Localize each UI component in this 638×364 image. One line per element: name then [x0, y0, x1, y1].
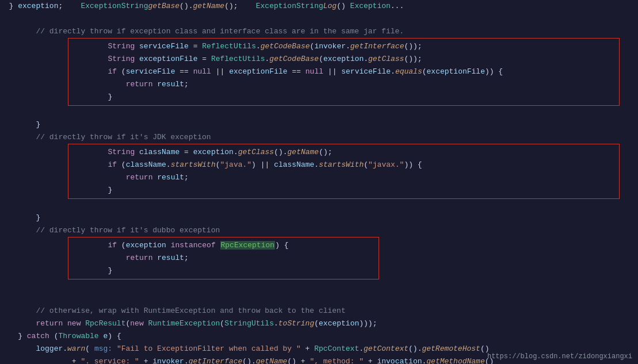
- code-content: } exception; ExceptionStringgetBase().ge…: [0, 0, 638, 364]
- box-3: if (exception instanceof RpcException) {…: [68, 237, 379, 279]
- comment-line-3: // directly throw if it's dubbo exceptio…: [0, 226, 220, 235]
- comment-line-1: // directly throw if exception class and…: [0, 27, 404, 36]
- top-line: } exception; ExceptionStringgetBase().ge…: [0, 2, 404, 10]
- blog-url: https://blog.csdn.net/zidongxiangxi: [487, 352, 632, 361]
- comment-line-2: // directly throw if it's JDK exception: [0, 133, 211, 141]
- box-2: String className = exception.getClass().…: [68, 144, 620, 199]
- code-editor: } exception; ExceptionStringgetBase().ge…: [0, 0, 638, 364]
- comment-line-4: // otherwise, wrap with RuntimeException…: [0, 306, 346, 315]
- box-1: String serviceFile = ReflectUtils.getCod…: [68, 38, 620, 106]
